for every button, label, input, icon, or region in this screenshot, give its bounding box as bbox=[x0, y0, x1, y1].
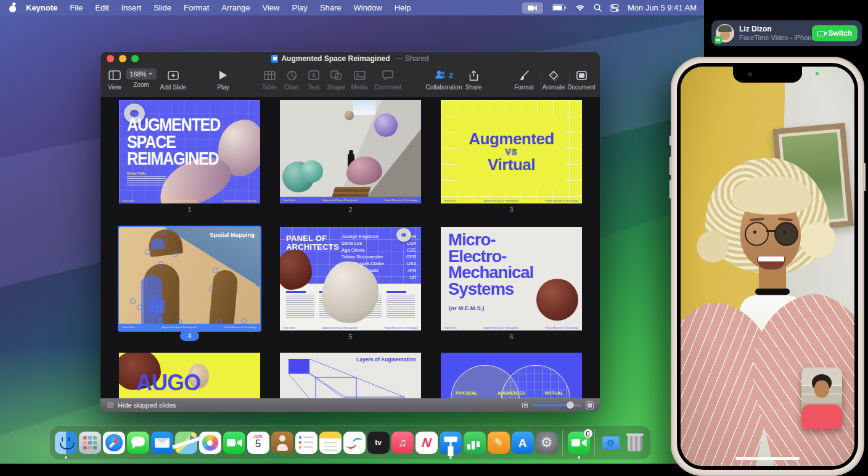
small-thumbnails-icon[interactable] bbox=[522, 403, 528, 408]
dock-reminders-icon[interactable] bbox=[295, 432, 317, 454]
slide-thumbnail-2[interactable]: Kate SmitsAugmented Space ReimaginedFond… bbox=[280, 100, 421, 203]
document-button[interactable]: Document bbox=[557, 68, 600, 91]
dock-appstore-icon[interactable] bbox=[512, 432, 534, 454]
running-indicator bbox=[449, 456, 452, 459]
dock-music-icon[interactable] bbox=[391, 432, 414, 454]
notification-name: Liz Dizon bbox=[739, 25, 812, 34]
menu-play[interactable]: Play bbox=[285, 3, 313, 12]
video-camera-status-icon[interactable] bbox=[522, 2, 543, 14]
facetime-video bbox=[681, 67, 854, 466]
switch-button[interactable]: Switch bbox=[812, 25, 858, 41]
window-status-bar: Hide skipped slides bbox=[100, 398, 600, 412]
picture-in-picture[interactable] bbox=[801, 367, 842, 429]
brown-sphere-3d bbox=[536, 279, 578, 321]
dock-settings-icon[interactable] bbox=[536, 432, 558, 454]
dock-finder-icon[interactable] bbox=[55, 432, 77, 454]
slide-footer: Kate SmitsAugmented Space ReimaginedFond… bbox=[441, 325, 582, 330]
comment-button[interactable]: Comment bbox=[364, 68, 412, 91]
wifi-icon[interactable] bbox=[575, 4, 585, 12]
dock-notes-icon[interactable] bbox=[319, 432, 342, 454]
teal-blob-3d-2 bbox=[301, 160, 323, 183]
dock-calendar-icon[interactable]: JUN 5 bbox=[247, 432, 269, 454]
dock-tv-icon[interactable]: tv bbox=[367, 432, 390, 454]
slide6-title: Micro- Electro- Mechanical Systems bbox=[448, 232, 533, 298]
slide-thumbnail-4-selected[interactable]: Spatial Mapping Kate SmitsAugmented Spac… bbox=[119, 227, 260, 330]
slide3-line1: Augmented bbox=[469, 131, 554, 147]
menu-share[interactable]: Share bbox=[314, 3, 348, 12]
dock-contacts-icon[interactable] bbox=[271, 432, 293, 454]
dock-divider bbox=[594, 430, 595, 456]
hide-skipped-checkbox[interactable] bbox=[107, 401, 114, 409]
search-icon[interactable] bbox=[594, 4, 602, 12]
toolbar: View 168% Zoom Add Slide Play bbox=[100, 65, 600, 97]
slider-thumb[interactable] bbox=[567, 401, 574, 409]
window-titlebar[interactable]: Augmented Space Reimagined — Shared bbox=[100, 52, 600, 65]
control-center-icon[interactable] bbox=[610, 4, 619, 12]
volume-up-button bbox=[669, 157, 671, 175]
menu-help[interactable]: Help bbox=[388, 3, 417, 12]
menu-file[interactable]: File bbox=[63, 3, 89, 12]
slide-thumbnail-9[interactable]: PHYSICAL AUGMENTED VIRTUAL bbox=[441, 353, 582, 398]
dock-maps-icon[interactable] bbox=[175, 432, 197, 454]
share-button[interactable]: Share bbox=[449, 68, 497, 91]
slide-number: 5 bbox=[280, 333, 421, 340]
dock-news-icon[interactable] bbox=[416, 432, 438, 454]
dock-freeform-icon[interactable] bbox=[343, 432, 366, 454]
dock-safari-icon[interactable] bbox=[103, 432, 125, 454]
share-icon bbox=[469, 68, 478, 82]
menu-bar-clock[interactable]: Mon Jun 5 9:41 AM bbox=[628, 3, 697, 12]
slide-thumbnail-5[interactable]: PANEL OF ARCHITECTS Jocelyn EngstromSWE … bbox=[280, 227, 421, 330]
slide-footer: Kate SmitsAugmented Space ReimaginedFond… bbox=[280, 197, 421, 203]
dock-keynote-icon[interactable] bbox=[440, 432, 462, 454]
dock-mail-icon[interactable] bbox=[151, 432, 173, 454]
slide-thumbnail-3[interactable]: Augmented VS Virtual Kate SmitsAugmented… bbox=[441, 100, 582, 203]
menu-insert[interactable]: Insert bbox=[115, 3, 148, 12]
collaboration-icon bbox=[435, 70, 446, 81]
slide-thumbnail-8[interactable]: Layers of Augmentation bbox=[280, 353, 421, 398]
menu-view[interactable]: View bbox=[256, 3, 286, 12]
dock-numbers-icon[interactable] bbox=[464, 432, 486, 454]
facetime-handoff-notification[interactable]: Liz Dizon FaceTime Video - iPhone › Swit… bbox=[711, 20, 862, 46]
slide4-title: Spatial Mapping bbox=[210, 231, 255, 238]
dock-trash-icon[interactable] bbox=[624, 432, 646, 454]
menu-app-name[interactable]: Keynote bbox=[20, 3, 63, 12]
dock-facetime-iphone-icon[interactable] bbox=[568, 432, 590, 454]
slide-thumbnail-6[interactable]: Micro- Electro- Mechanical Systems (or M… bbox=[441, 227, 582, 330]
home-indicator[interactable] bbox=[735, 457, 800, 460]
hide-skipped-label: Hide skipped slides bbox=[118, 401, 176, 409]
apple-menu-icon[interactable] bbox=[6, 2, 20, 14]
dock-messages-icon[interactable] bbox=[127, 432, 149, 454]
slide1-title: AUGMENTED SPACE REIMAGINED bbox=[127, 116, 220, 167]
slide-number: 1 bbox=[119, 206, 260, 213]
dock-downloads-icon[interactable] bbox=[600, 432, 622, 454]
slide-light-table: AUGMENTED SPACE REIMAGINED Design Talks … bbox=[100, 97, 600, 398]
thumbnail-size-slider[interactable] bbox=[533, 401, 581, 409]
pink-blob-3d bbox=[346, 157, 382, 185]
battery-icon[interactable] bbox=[552, 4, 567, 11]
dock-photos-icon[interactable] bbox=[199, 432, 221, 454]
play-button[interactable]: Play bbox=[199, 68, 247, 91]
dock-divider bbox=[562, 430, 563, 456]
menu-format[interactable]: Format bbox=[178, 3, 215, 12]
dock-pages-icon[interactable] bbox=[488, 432, 510, 454]
window-title: Augmented Space Reimagined bbox=[281, 54, 390, 63]
menu-arrange[interactable]: Arrange bbox=[215, 3, 256, 12]
slide-thumbnail-1[interactable]: AUGMENTED SPACE REIMAGINED Design Talks … bbox=[119, 100, 260, 203]
slide-thumbnail-7[interactable]: AUGO bbox=[119, 353, 260, 398]
menu-slide[interactable]: Slide bbox=[147, 3, 178, 12]
selected-slide-number-badge: 4 bbox=[180, 330, 199, 341]
zoom-window-button[interactable] bbox=[131, 55, 139, 62]
minimize-button[interactable] bbox=[119, 55, 126, 62]
notification-subtitle: FaceTime Video - iPhone › bbox=[739, 34, 812, 43]
add-slide-icon bbox=[168, 68, 179, 82]
add-slide-button[interactable]: Add Slide bbox=[149, 68, 197, 91]
slide3-line2: Virtual bbox=[488, 157, 535, 173]
menu-edit[interactable]: Edit bbox=[89, 3, 115, 12]
slide-number: 2 bbox=[280, 206, 421, 213]
menu-window[interactable]: Window bbox=[347, 3, 388, 12]
dock-facetime-icon[interactable] bbox=[223, 432, 245, 454]
close-button[interactable] bbox=[107, 55, 114, 62]
dock-launchpad-icon[interactable] bbox=[79, 432, 101, 454]
purple-sphere-3d bbox=[374, 113, 398, 137]
large-thumbnails-icon[interactable] bbox=[586, 401, 594, 409]
